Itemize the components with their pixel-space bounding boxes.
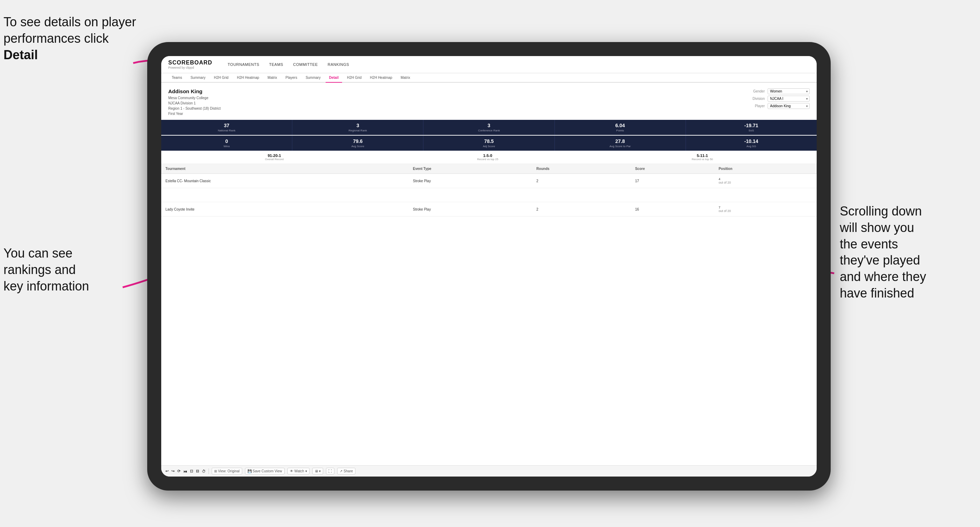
tablet-screen: SCOREBOARD Powered by clippd TOURNAMENTS… <box>161 56 817 476</box>
cell-rounds-3: 2 <box>532 202 631 217</box>
fullscreen-btn[interactable]: ⛶ <box>326 468 334 475</box>
stat-avg-score: 79.6 Avg Score <box>292 136 423 151</box>
skip-back-icon[interactable]: ⏮ <box>183 469 187 473</box>
grid-icon[interactable]: ⊡ <box>190 469 193 473</box>
record-overall-value: 91-20-1 <box>265 154 283 158</box>
record-top50-value: 5-11-1 <box>692 154 713 158</box>
cell-empty <box>532 188 631 202</box>
gender-select[interactable]: Women Men <box>768 88 810 94</box>
cell-rounds-1: 2 <box>532 174 631 188</box>
division-select-wrapper[interactable]: NJCAA I NJCAA II <box>768 96 810 102</box>
player-select-wrapper[interactable]: Addison King <box>768 103 810 109</box>
tab-summary2[interactable]: Summary <box>302 73 324 83</box>
stat-label-conference: Conference Rank <box>425 129 552 132</box>
record-top50: 5-11-1 Record vs top 50 <box>692 154 713 161</box>
save-custom-view-btn[interactable]: 💾 Save Custom View <box>245 468 285 475</box>
stat-value-avg-score: 79.6 <box>294 138 421 144</box>
record-top25: 1-5-0 Record vs top 25 <box>477 154 498 161</box>
redo-icon[interactable]: ↪ <box>172 469 175 473</box>
tab-h2h-heatmap[interactable]: H2H Heatmap <box>234 73 262 83</box>
tab-detail[interactable]: Detail <box>326 73 342 83</box>
player-school: Mesa Community College <box>168 95 221 100</box>
clock-icon[interactable]: ⏱ <box>202 469 206 473</box>
main-nav: TOURNAMENTS TEAMS COMMITTEE RANKINGS <box>226 62 351 67</box>
stat-value-points: 6.04 <box>557 123 684 128</box>
tab-teams[interactable]: Teams <box>168 73 185 83</box>
cell-event-type-1: Stroke Play <box>409 174 532 188</box>
player-region: Region 1 - Southwest (18) District <box>168 106 221 111</box>
stat-value-adj-score: 78.5 <box>425 138 552 144</box>
tab-h2h-heatmap2[interactable]: H2H Heatmap <box>367 73 396 83</box>
player-select[interactable]: Addison King <box>768 103 810 109</box>
nav-committee[interactable]: COMMITTEE <box>292 62 319 67</box>
nav-tournaments[interactable]: TOURNAMENTS <box>226 62 261 67</box>
stat-value-sos: -19.71 <box>688 123 815 128</box>
stat-value-conference: 3 <box>425 123 552 128</box>
cell-position-3: 7out of 20 <box>714 202 817 217</box>
stat-avg-score-par: 27.8 Avg Score to Par <box>555 136 686 151</box>
nav-teams[interactable]: TEAMS <box>268 62 285 67</box>
table-row[interactable]: Estella CC- Mountain Classic Stroke Play… <box>161 174 817 188</box>
tab-summary[interactable]: Summary <box>187 73 209 83</box>
divider <box>208 468 209 474</box>
gender-label: Gender <box>747 89 765 93</box>
player-year: First Year <box>168 111 221 116</box>
logo-title: SCOREBOARD <box>168 60 212 66</box>
nav-rankings[interactable]: RANKINGS <box>326 62 350 67</box>
division-label: Division <box>747 97 765 100</box>
stat-value-wins: 0 <box>163 138 290 144</box>
scoreboard-logo: SCOREBOARD Powered by clippd <box>168 60 212 69</box>
tab-players[interactable]: Players <box>282 73 301 83</box>
stat-label-avg-score: Avg Score <box>294 145 421 148</box>
cell-empty <box>631 188 714 202</box>
app-header: SCOREBOARD Powered by clippd TOURNAMENTS… <box>161 56 817 73</box>
refresh-icon[interactable]: ⟳ <box>177 469 180 473</box>
stat-label-avg-par: Avg Score to Par <box>557 145 684 148</box>
cell-position-1: 4out of 20 <box>714 174 817 188</box>
col-event-type: Event Type <box>409 164 532 174</box>
division-select[interactable]: NJCAA I NJCAA II <box>768 96 810 102</box>
record-overall: 91-20-1 Overall Record <box>265 154 283 161</box>
cell-event-type-3: Stroke Play <box>409 202 532 217</box>
undo-icon[interactable]: ↩ <box>165 469 169 473</box>
stat-label-points: Points <box>557 129 684 132</box>
tab-matrix[interactable]: Matrix <box>264 73 280 83</box>
cell-empty <box>161 188 409 202</box>
cell-score-1: 17 <box>631 174 714 188</box>
tab-matrix2[interactable]: Matrix <box>397 73 414 83</box>
record-row: 91-20-1 Overall Record 1-5-0 Record vs t… <box>161 151 817 164</box>
table-row[interactable]: Lady Coyote Invite Stroke Play 2 16 7out… <box>161 202 817 217</box>
tab-h2h-grid2[interactable]: H2H Grid <box>344 73 365 83</box>
gender-select-wrapper[interactable]: Women Men <box>768 88 810 94</box>
col-tournament: Tournament <box>161 164 409 174</box>
share-btn[interactable]: ↗ Share <box>337 468 355 475</box>
screen-btn[interactable]: 🖥 ▾ <box>312 468 323 475</box>
annotation-bottom-left: You can see rankings and key information <box>3 245 123 294</box>
cell-empty <box>409 188 532 202</box>
stat-label-adj-score: Adj Score <box>425 145 552 148</box>
stat-sos: -19.71 SoS <box>686 120 817 135</box>
gender-row: Gender Women Men <box>747 88 810 94</box>
player-division: NJCAA Division 1 <box>168 100 221 106</box>
cell-empty <box>714 188 817 202</box>
table-row[interactable] <box>161 188 817 202</box>
col-score: Score <box>631 164 714 174</box>
stat-value-avg-par: 27.8 <box>557 138 684 144</box>
player-detail-header: Addison King Mesa Community College NJCA… <box>161 83 817 120</box>
sub-nav: Teams Summary H2H Grid H2H Heatmap Matri… <box>161 73 817 83</box>
tab-h2h-grid[interactable]: H2H Grid <box>210 73 232 83</box>
record-top50-label: Record vs top 50 <box>692 158 713 161</box>
col-position: Position <box>714 164 817 174</box>
annotation-top-left: To see details on player performances cl… <box>3 14 137 63</box>
cell-tournament-3: Lady Coyote Invite <box>161 202 409 217</box>
logo-subtitle: Powered by clippd <box>168 66 212 69</box>
watch-btn[interactable]: 👁 Watch ▾ <box>287 468 310 475</box>
table-header-row: Tournament Event Type Rounds Score Posit… <box>161 164 817 174</box>
stats-row2: 0 Wins 79.6 Avg Score 78.5 Adj Score 27.… <box>161 136 817 151</box>
cell-tournament-1: Estella CC- Mountain Classic <box>161 174 409 188</box>
stat-value-national: 37 <box>163 123 290 128</box>
stat-avg-sg: -10.14 Avg SG <box>686 136 817 151</box>
watch-icon: 👁 <box>290 469 293 473</box>
view-original-btn[interactable]: ⊞ View: Original <box>212 468 242 475</box>
minus-icon[interactable]: ⊟ <box>196 469 199 473</box>
